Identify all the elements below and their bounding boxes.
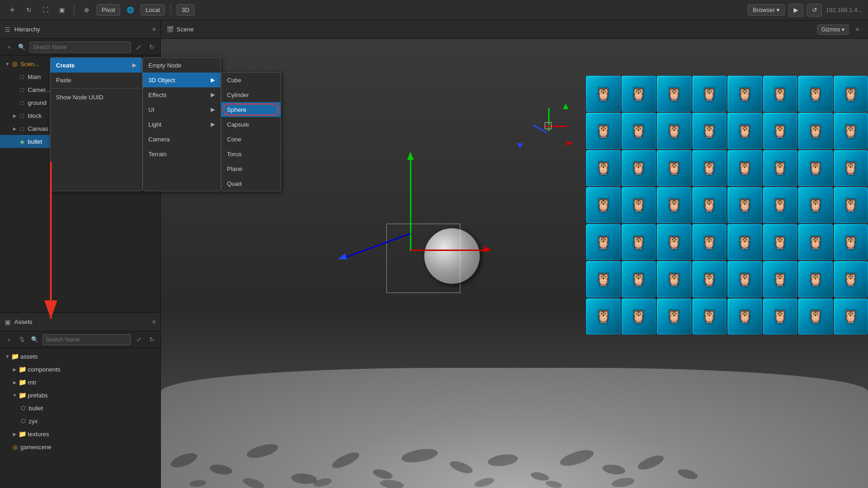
hierarchy-menu-icon[interactable]: ≡ <box>152 26 156 33</box>
cube-cell: 🦉 <box>834 187 868 223</box>
gizmo-x-arrow <box>483 246 492 253</box>
ctx-show-uuid-item[interactable]: Show Node UUID <box>50 90 142 104</box>
ctx-ui[interactable]: UI ▶ <box>143 102 220 117</box>
ctx-torus[interactable]: Torus <box>221 146 281 161</box>
hierarchy-expand-icon[interactable]: ⤢ <box>134 42 144 52</box>
cube-cell: 🦉 <box>586 261 621 297</box>
textures-arrow: ▶ <box>11 430 18 438</box>
assets-sort-icon[interactable]: ⇅ <box>17 335 27 345</box>
bullet-label: bullet <box>28 138 42 145</box>
assets-menu-icon[interactable]: ≡ <box>152 318 156 325</box>
svg-point-10 <box>558 447 595 469</box>
cube-cell: 🦉 <box>798 224 833 260</box>
cube-cell: 🦉 <box>834 261 868 297</box>
zyx-prefab-label: zyx <box>29 418 38 425</box>
ctx-quad[interactable]: Quad <box>221 176 281 191</box>
gizmos-button[interactable]: Gizmos ▾ <box>817 24 849 35</box>
ctx-empty-node-label: Empty Node <box>148 62 182 69</box>
cube-cell: 🦉 <box>763 150 798 186</box>
ctx-effects[interactable]: Effects ▶ <box>143 87 220 102</box>
assets-refresh-icon[interactable]: ↻ <box>147 335 157 345</box>
assets-item-bullet[interactable]: ⬡ bullet <box>0 402 160 415</box>
scene-menu-icon[interactable]: ≡ <box>852 24 862 35</box>
ctx-paste-item[interactable]: Paste <box>50 73 142 87</box>
svg-point-15 <box>241 476 265 488</box>
ctx-cylinder[interactable]: Cylinder <box>221 87 281 102</box>
ctx-plane[interactable]: Plane <box>221 161 281 176</box>
assets-item-gamescene[interactable]: ◎ gamescene <box>0 440 160 453</box>
maximize-icon[interactable]: ⛶ <box>39 4 52 17</box>
scene-label: Scen... <box>20 61 39 67</box>
cube-cell: 🦉 <box>763 261 798 297</box>
assets-icon: ▣ <box>5 318 11 326</box>
assets-item-root[interactable]: ▼ 📁 assets <box>0 350 160 363</box>
assets-item-components[interactable]: ▶ 📁 components <box>0 363 160 376</box>
scene-tab-icon: 🎬 <box>166 26 174 33</box>
local-button[interactable]: Local <box>141 4 165 16</box>
cube-cell: 🦉 <box>657 150 691 186</box>
move-tool-icon[interactable]: ✛ <box>6 4 18 17</box>
main-arrow <box>11 73 18 80</box>
browser-dropdown-icon: ▾ <box>776 6 780 13</box>
ctx-camera[interactable]: Camera <box>143 132 220 146</box>
ctx-empty-node[interactable]: Empty Node <box>143 58 220 73</box>
ctx-cube[interactable]: Cube <box>221 73 281 87</box>
cube-cell: 🦉 <box>622 187 656 223</box>
ctx-cone[interactable]: Cone <box>221 132 281 146</box>
svg-point-12 <box>636 453 666 473</box>
globe-icon[interactable]: 🌐 <box>124 4 137 17</box>
components-label: components <box>28 366 61 373</box>
cube-cell: 🦉 <box>727 261 762 297</box>
assets-item-mtr[interactable]: ▶ 📁 mtr <box>0 376 160 389</box>
assets-search-icon[interactable]: 🔍 <box>30 335 40 345</box>
ctx-light-label: Light <box>148 121 161 128</box>
scene-header: 🎬 Scene Gizmos ▾ ≡ <box>161 20 868 39</box>
cube-cell: 🦉 <box>586 76 621 112</box>
frame-icon[interactable]: ▣ <box>55 4 68 17</box>
pivot-button[interactable]: Pivot <box>97 4 120 16</box>
block-arrow: ▶ <box>11 112 18 119</box>
ctx-sphere[interactable]: Sphere <box>221 102 281 117</box>
assets-root-icon: 📁 <box>11 353 18 360</box>
cube-cell: 🦉 <box>763 113 798 149</box>
step-button[interactable]: ↺ <box>807 4 822 17</box>
refresh-icon[interactable]: ↻ <box>22 4 35 17</box>
assets-item-textures[interactable]: ▶ 📁 textures <box>0 427 160 440</box>
hierarchy-search-toggle[interactable]: 🔍 <box>17 42 27 52</box>
ctx-3d-object[interactable]: 3D Object ▶ <box>143 73 220 87</box>
assets-add-icon[interactable]: ＋ <box>4 335 14 345</box>
textures-icon: 📁 <box>18 430 26 438</box>
hierarchy-search-input[interactable] <box>30 42 131 53</box>
ctx-terrain[interactable]: Terrain <box>143 146 220 161</box>
cube-cell: 🦉 <box>834 150 868 186</box>
assets-item-zyx[interactable]: ⬡ zyx <box>0 415 160 427</box>
cube-cell: 🦉 <box>798 187 833 223</box>
ctx-light[interactable]: Light ▶ <box>143 117 220 132</box>
3d-mode-button[interactable]: 3D <box>177 4 195 16</box>
play-button[interactable]: ▶ <box>789 4 803 17</box>
cube-cell: 🦉 <box>798 76 833 112</box>
ctx-create-item[interactable]: Create ▶ <box>50 58 142 73</box>
ctx-capsule[interactable]: Capsule <box>221 117 281 132</box>
svg-point-8 <box>487 453 519 468</box>
hierarchy-refresh-icon[interactable]: ↻ <box>147 42 157 52</box>
camera-label: Camer... <box>28 86 50 93</box>
prefabs-arrow: ▼ <box>11 391 18 399</box>
pivot-icon[interactable]: ⊕ <box>80 4 93 17</box>
assets-item-prefabs[interactable]: ▼ 📁 prefabs <box>0 389 160 402</box>
scene-tab[interactable]: 🎬 Scene <box>166 26 194 33</box>
ctx-create-arrow: ▶ <box>132 62 136 68</box>
assets-expand-icon[interactable]: ⤢ <box>134 335 144 345</box>
assets-panel-header: ▣ Assets ≡ <box>0 313 160 331</box>
canvas-icon: □ <box>18 125 26 132</box>
svg-point-1 <box>209 463 233 476</box>
cube-cell: 🦉 <box>622 76 656 112</box>
assets-search-input[interactable] <box>43 334 131 345</box>
hierarchy-add-icon[interactable]: ＋ <box>4 42 14 52</box>
cube-cell: 🦉 <box>727 113 762 149</box>
ground-stones-svg <box>161 368 715 488</box>
prefabs-label: prefabs <box>28 392 48 399</box>
svg-point-17 <box>379 479 404 488</box>
ctx-sphere-label: Sphere <box>227 106 246 113</box>
browser-button[interactable]: Browser ▾ <box>748 4 785 16</box>
